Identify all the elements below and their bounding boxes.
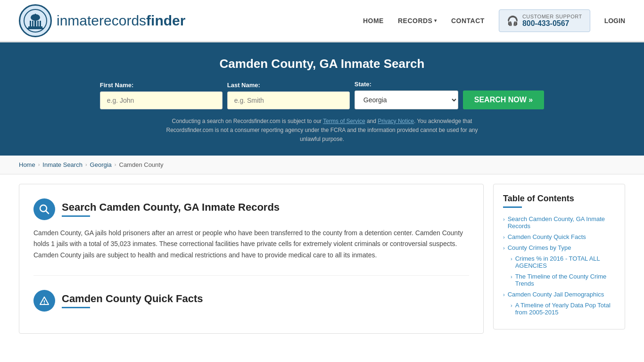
main-nav: HOME RECORDS ▾ CONTACT 🎧 CUSTOMER SUPPOR… bbox=[363, 9, 625, 32]
toc-item-label: The Timeline of the County Crime Trends bbox=[515, 273, 615, 287]
toc-link[interactable]: ›Search Camden County, GA Inmate Records bbox=[503, 215, 615, 230]
toc-link[interactable]: ›Camden County Jail Demographics bbox=[503, 291, 615, 298]
section2-title-area: Camden County Quick Facts bbox=[62, 293, 203, 308]
hero-section: Camden County, GA Inmate Search First Na… bbox=[0, 42, 644, 156]
toc-arrow-icon: › bbox=[503, 292, 505, 297]
svg-rect-2 bbox=[35, 14, 36, 16]
first-name-group: First Name: bbox=[100, 82, 223, 109]
toc-link[interactable]: ›County Crimes by Type bbox=[503, 244, 615, 251]
svg-rect-8 bbox=[28, 26, 42, 28]
toc-arrow-icon: › bbox=[503, 245, 505, 251]
nav-login[interactable]: LOGIN bbox=[604, 17, 625, 25]
breadcrumb-current: Camden County bbox=[119, 161, 164, 168]
toc-item-label: Search Camden County, GA Inmate Records bbox=[508, 215, 615, 230]
toc-title: Table of Contents bbox=[503, 194, 615, 204]
svg-line-11 bbox=[46, 211, 49, 214]
site-header: inmaterecordsfinder HOME RECORDS ▾ CONTA… bbox=[0, 0, 644, 42]
breadcrumb-sep-2: › bbox=[85, 162, 87, 167]
svg-rect-7 bbox=[39, 21, 40, 26]
toc-arrow-icon: › bbox=[503, 216, 505, 222]
toc-item: ›Crimes % in 2016 - TOTAL ALL AGENCIES bbox=[511, 255, 615, 269]
toc-arrow-icon: › bbox=[511, 256, 512, 262]
toc-item-label: Camden County Jail Demographics bbox=[508, 291, 604, 298]
chevron-down-icon: ▾ bbox=[434, 18, 437, 23]
search-section-icon bbox=[33, 198, 55, 220]
svg-rect-6 bbox=[36, 21, 37, 26]
section2-underline bbox=[62, 307, 90, 308]
toc-item: ›Camden County Jail Demographics bbox=[503, 291, 615, 298]
warning-section-icon bbox=[33, 290, 55, 312]
section1-title-area: Search Camden County, GA Inmate Records bbox=[62, 201, 280, 217]
toc-link[interactable]: ›A Timeline of Yearly Data Pop Total fro… bbox=[511, 302, 615, 316]
toc-item-label: County Crimes by Type bbox=[508, 244, 571, 251]
last-name-label: Last Name: bbox=[227, 82, 350, 89]
toc-item-label: Crimes % in 2016 - TOTAL ALL AGENCIES bbox=[515, 255, 615, 269]
toc-link[interactable]: ›The Timeline of the County Crime Trends bbox=[511, 273, 615, 287]
breadcrumb-state[interactable]: Georgia bbox=[90, 161, 112, 168]
toc-item: ›County Crimes by Type bbox=[503, 244, 615, 251]
svg-point-13 bbox=[44, 303, 45, 304]
toc-list: ›Search Camden County, GA Inmate Records… bbox=[503, 215, 615, 316]
first-name-input[interactable] bbox=[100, 91, 223, 109]
toc-arrow-icon: › bbox=[511, 274, 512, 280]
hero-title: Camden County, GA Inmate Search bbox=[19, 57, 625, 71]
hero-disclaimer: Conducting a search on Recordsfinder.com… bbox=[157, 117, 487, 144]
last-name-group: Last Name: bbox=[227, 82, 350, 109]
headset-icon: 🎧 bbox=[507, 15, 519, 26]
breadcrumb: Home › Inmate Search › Georgia › Camden … bbox=[0, 156, 644, 174]
state-group: State: Georgia bbox=[355, 81, 458, 109]
section1-underline bbox=[62, 215, 90, 217]
first-name-label: First Name: bbox=[100, 82, 223, 89]
section1-body: Camden County, GA jails hold prisoners a… bbox=[33, 228, 469, 261]
search-button[interactable]: SEARCH NOW » bbox=[463, 90, 544, 109]
state-label: State: bbox=[355, 81, 458, 88]
main-content: Search Camden County, GA Inmate Records … bbox=[0, 174, 644, 343]
toc-item-label: Camden County Quick Facts bbox=[508, 233, 586, 240]
search-form: First Name: Last Name: State: Georgia SE… bbox=[19, 81, 625, 109]
nav-contact[interactable]: CONTACT bbox=[451, 17, 485, 25]
breadcrumb-home[interactable]: Home bbox=[19, 161, 35, 168]
toc-arrow-icon: › bbox=[503, 234, 505, 240]
toc-item: ›Search Camden County, GA Inmate Records bbox=[503, 215, 615, 230]
toc-link[interactable]: ›Crimes % in 2016 - TOTAL ALL AGENCIES bbox=[511, 255, 615, 269]
section2-title: Camden County Quick Facts bbox=[62, 293, 203, 305]
tos-link[interactable]: Terms of Service bbox=[323, 118, 365, 124]
section-divider bbox=[33, 275, 469, 276]
toc-item: ›The Timeline of the County Crime Trends bbox=[511, 273, 615, 287]
breadcrumb-sep-1: › bbox=[38, 162, 40, 167]
toc-underline bbox=[503, 206, 522, 208]
logo-area: inmaterecordsfinder bbox=[19, 4, 185, 37]
toc-link[interactable]: ›Camden County Quick Facts bbox=[503, 233, 615, 240]
nav-records[interactable]: RECORDS ▾ bbox=[398, 17, 437, 25]
toc-item: ›A Timeline of Yearly Data Pop Total fro… bbox=[511, 302, 615, 316]
content-right: Table of Contents ›Search Camden County,… bbox=[493, 184, 625, 329]
section2-header: Camden County Quick Facts bbox=[33, 290, 469, 312]
toc-arrow-icon: › bbox=[511, 303, 512, 308]
section1-title: Search Camden County, GA Inmate Records bbox=[62, 201, 280, 214]
last-name-input[interactable] bbox=[227, 91, 350, 109]
svg-rect-12 bbox=[44, 300, 45, 303]
toc-item: ›Camden County Quick Facts bbox=[503, 233, 615, 240]
content-left: Search Camden County, GA Inmate Records … bbox=[19, 184, 484, 334]
state-select[interactable]: Georgia bbox=[355, 90, 458, 109]
support-info: CUSTOMER SUPPORT 800-433-0567 bbox=[522, 14, 582, 28]
breadcrumb-sep-3: › bbox=[115, 162, 116, 167]
customer-support-box: 🎧 CUSTOMER SUPPORT 800-433-0567 bbox=[499, 9, 590, 32]
logo-text: inmaterecordsfinder bbox=[57, 13, 185, 29]
section1-header: Search Camden County, GA Inmate Records bbox=[33, 198, 469, 220]
svg-rect-4 bbox=[31, 21, 32, 26]
nav-home[interactable]: HOME bbox=[363, 17, 384, 25]
breadcrumb-inmate-search[interactable]: Inmate Search bbox=[42, 161, 83, 168]
toc-item-label: A Timeline of Yearly Data Pop Total from… bbox=[515, 302, 615, 316]
logo-icon bbox=[19, 4, 52, 37]
svg-rect-9 bbox=[27, 28, 43, 29]
svg-rect-5 bbox=[33, 21, 34, 26]
privacy-link[interactable]: Privacy Notice bbox=[378, 118, 414, 124]
